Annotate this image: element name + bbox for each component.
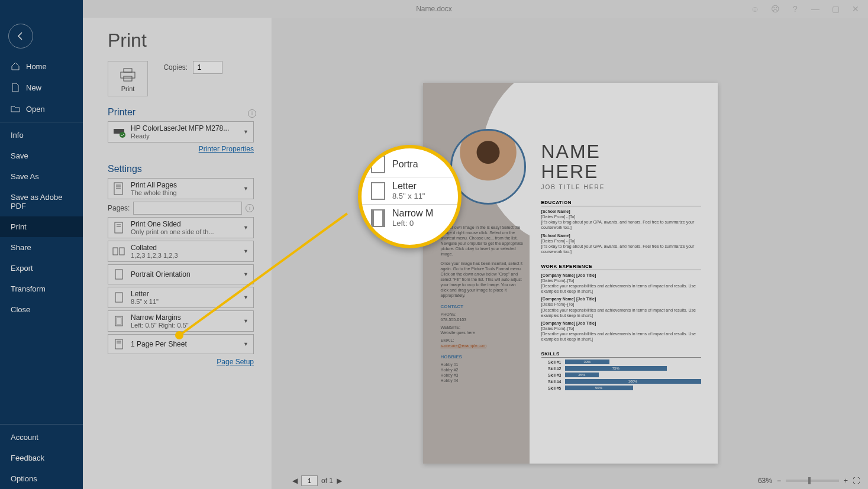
fit-page-button[interactable]: ⛶	[853, 477, 860, 485]
svg-rect-2	[124, 76, 132, 81]
nav-transform[interactable]: Transform	[0, 278, 83, 299]
svg-rect-17	[117, 318, 121, 325]
nav-share[interactable]: Share	[0, 237, 83, 258]
chevron-down-icon: ▼	[242, 129, 250, 135]
printer-dropdown[interactable]: HP ColorLaserJet MFP M278... Ready ▼	[108, 121, 254, 143]
document-title: Name.docx	[416, 5, 452, 13]
print-preview-area: ut your own image in the is easy! Select…	[272, 18, 868, 489]
frown-icon[interactable]: ☹	[770, 4, 780, 14]
svg-rect-13	[120, 248, 124, 255]
nav-home[interactable]: Home	[0, 56, 83, 77]
collated-dropdown[interactable]: Collated1,2,3 1,2,3 1,2,3 ▼	[108, 241, 254, 262]
svg-rect-18	[115, 339, 122, 349]
back-button[interactable]	[8, 24, 33, 48]
copies-input[interactable]	[193, 61, 222, 74]
close-window-button[interactable]: ✕	[850, 1, 861, 17]
magnifier-lens: Portra Letter8.5" x 11" Narrow MLeft: 0	[358, 145, 462, 248]
margins-dropdown[interactable]: Narrow MarginsLeft: 0.5" Right: 0.5" ▼	[108, 310, 254, 332]
nav-new[interactable]: New	[0, 77, 83, 98]
svg-rect-9	[115, 222, 122, 233]
svg-point-4	[120, 132, 125, 138]
printer-section-head: Printer i	[108, 107, 254, 118]
info-icon[interactable]: i	[246, 204, 254, 212]
printer-icon	[119, 67, 137, 83]
svg-rect-0	[124, 69, 132, 72]
minimize-button[interactable]: —	[810, 1, 821, 17]
nav-account[interactable]: Account	[0, 427, 83, 448]
svg-rect-14	[115, 270, 122, 279]
page-of-label: of 1	[321, 477, 333, 485]
nav-options[interactable]: Options	[0, 468, 83, 489]
page-title: Print	[108, 30, 254, 51]
page-icon	[371, 182, 385, 200]
backstage-sidebar: Home New Open Info Save Save As Save as …	[0, 0, 83, 489]
next-page-button[interactable]: ▶	[337, 477, 342, 485]
svg-rect-12	[113, 248, 118, 255]
svg-rect-15	[115, 293, 122, 302]
page-preview: ut your own image in the is easy! Select…	[423, 83, 718, 464]
nav-feedback[interactable]: Feedback	[0, 448, 83, 468]
print-button[interactable]: Print	[108, 61, 148, 96]
zoom-in-button[interactable]: +	[844, 477, 848, 485]
zoom-level: 63%	[758, 477, 772, 485]
nav-open[interactable]: Open	[0, 98, 83, 119]
zoom-slider[interactable]	[786, 480, 839, 482]
nav-export[interactable]: Export	[0, 258, 83, 278]
svg-rect-1	[121, 72, 135, 78]
nav-close[interactable]: Close	[0, 299, 83, 320]
nav-save[interactable]: Save	[0, 145, 83, 166]
page-icon	[371, 209, 385, 227]
pages-input[interactable]	[133, 202, 242, 215]
page-setup-link[interactable]: Page Setup	[217, 358, 254, 366]
print-what-dropdown[interactable]: Print All PagesThe whole thing ▼	[108, 178, 254, 199]
smile-icon[interactable]: ☺	[750, 4, 760, 14]
pages-label: Pages:	[108, 204, 130, 212]
nav-save-pdf[interactable]: Save as Adobe PDF	[0, 187, 83, 216]
settings-section-head: Settings	[108, 164, 254, 174]
printer-status-icon	[112, 125, 126, 139]
prev-page-button[interactable]: ◀	[292, 477, 298, 485]
help-icon[interactable]: ?	[790, 4, 801, 14]
copies-label: Copies:	[163, 63, 188, 72]
printer-properties-link[interactable]: Printer Properties	[199, 145, 254, 153]
page-number-input[interactable]	[301, 475, 318, 486]
orientation-dropdown[interactable]: Portrait Orientation ▼	[108, 264, 254, 284]
nav-save-as[interactable]: Save As	[0, 166, 83, 187]
callout-dot	[175, 331, 183, 339]
sided-dropdown[interactable]: Print One SidedOnly print on one side of…	[108, 217, 254, 238]
info-icon[interactable]: i	[248, 109, 256, 118]
zoom-out-button[interactable]: −	[777, 477, 781, 485]
maximize-button[interactable]: ▢	[830, 1, 841, 17]
nav-print[interactable]: Print	[0, 216, 83, 237]
nav-info[interactable]: Info	[0, 125, 83, 145]
